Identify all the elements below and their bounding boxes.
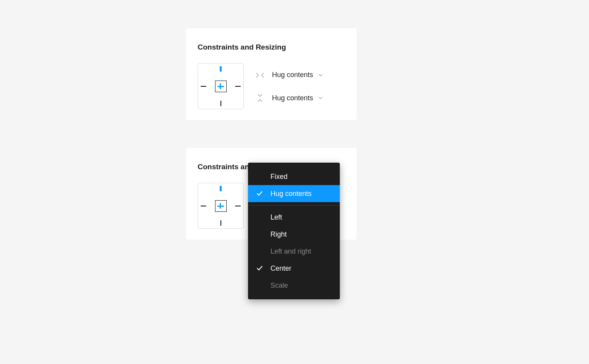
constraint-pin-top[interactable] <box>220 186 222 191</box>
constraint-pin-left[interactable] <box>201 206 206 206</box>
menu-item-label: Scale <box>270 282 288 290</box>
menu-item: Scale <box>248 277 340 294</box>
constraints-panel: Constraints and Resizing Hug contents <box>186 28 356 120</box>
menu-item-label: Left and right <box>270 247 311 256</box>
vertical-resizing-label: Hug contents <box>272 94 313 102</box>
check-icon <box>257 191 270 196</box>
panel-title: Constraints and Resizing <box>198 43 286 52</box>
horizontal-resizing-dropdown[interactable]: Hug contents <box>255 71 323 79</box>
menu-item-label: Center <box>270 264 291 273</box>
chevron-down-icon <box>318 73 323 77</box>
constraint-pin-right[interactable] <box>235 206 241 206</box>
chevron-down-icon <box>318 96 323 100</box>
constraint-center-vertical <box>220 83 221 89</box>
constraint-pin-left[interactable] <box>201 86 206 87</box>
menu-item[interactable]: Hug contents <box>248 185 340 202</box>
vertical-resizing-dropdown[interactable]: Hug contents <box>255 93 323 103</box>
constraint-center-vertical <box>220 203 221 209</box>
menu-item[interactable]: Center <box>248 260 340 277</box>
menu-item[interactable]: Fixed <box>248 168 340 185</box>
constraint-center[interactable] <box>215 81 227 92</box>
menu-item: Left and right <box>248 243 340 260</box>
constraint-pin-bottom[interactable] <box>220 101 221 106</box>
constraint-pin-right[interactable] <box>235 86 241 87</box>
menu-item-label: Left <box>270 213 282 221</box>
hug-horizontal-icon <box>255 72 265 78</box>
constraint-pin-bottom[interactable] <box>220 220 221 226</box>
menu-item-label: Right <box>270 230 287 239</box>
constraint-center[interactable] <box>215 200 227 212</box>
resizing-dropdown-menu[interactable]: FixedHug contentsLeftRightLeft and right… <box>248 163 340 299</box>
menu-item-label: Hug contents <box>270 190 312 198</box>
constraint-diagram[interactable] <box>198 63 244 109</box>
constraint-diagram[interactable] <box>198 183 244 229</box>
constraint-pin-top[interactable] <box>220 66 222 72</box>
menu-item[interactable]: Left <box>248 209 340 226</box>
menu-item[interactable]: Right <box>248 226 340 243</box>
check-icon <box>257 266 270 271</box>
hug-vertical-icon <box>255 93 265 103</box>
menu-item-label: Fixed <box>270 173 288 181</box>
horizontal-resizing-label: Hug contents <box>272 71 313 79</box>
menu-separator <box>248 205 340 206</box>
